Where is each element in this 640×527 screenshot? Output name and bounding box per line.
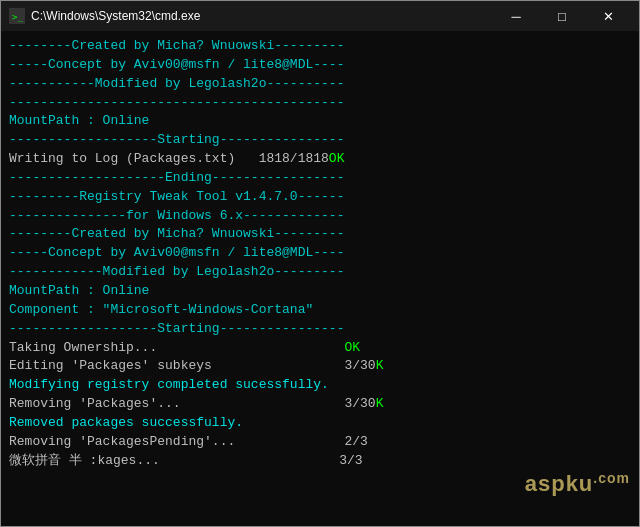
console-line: Component : "Microsoft-Windows-Cortana": [9, 301, 631, 320]
console-line: Removing 'Packages'... 3/30K: [9, 395, 631, 414]
console-line: -------------------Starting-------------…: [9, 320, 631, 339]
console-line: -----------Modified by Legolash2o-------…: [9, 75, 631, 94]
console-line: ----------------------------------------…: [9, 94, 631, 113]
console-line: Editing 'Packages' subkeys 3/30K: [9, 357, 631, 376]
minimize-button[interactable]: ─: [493, 1, 539, 31]
console-line: 微软拼音 半 :kages... 3/3: [9, 452, 631, 471]
console-line: MountPath : Online: [9, 112, 631, 131]
console-line: -------------------Starting-------------…: [9, 131, 631, 150]
console-line: Removing 'PackagesPending'... 2/3: [9, 433, 631, 452]
console-line: ---------------for Windows 6.x----------…: [9, 207, 631, 226]
cmd-icon: >_: [9, 8, 25, 24]
console-line: Taking Ownership... OK: [9, 339, 631, 358]
console-line: --------------------Ending--------------…: [9, 169, 631, 188]
maximize-button[interactable]: □: [539, 1, 585, 31]
console-line: Modifying registry completed sucessfully…: [9, 376, 631, 395]
console-line: Removed packages successfully.: [9, 414, 631, 433]
title-bar: >_ C:\Windows\System32\cmd.exe ─ □ ✕: [1, 1, 639, 31]
window-title: C:\Windows\System32\cmd.exe: [31, 9, 200, 23]
console-line: ------------Modified by Legolash2o------…: [9, 263, 631, 282]
svg-text:>_: >_: [12, 12, 23, 22]
close-button[interactable]: ✕: [585, 1, 631, 31]
console-output: --------Created by Micha? Wnuowski------…: [1, 31, 639, 526]
window-controls: ─ □ ✕: [493, 1, 631, 31]
console-line: MountPath : Online: [9, 282, 631, 301]
console-line: Writing to Log (Packages.txt) 1818/1818O…: [9, 150, 631, 169]
console-line: --------Created by Micha? Wnuowski------…: [9, 225, 631, 244]
console-line: -----Concept by Aviv00@msfn / lite8@MDL-…: [9, 56, 631, 75]
console-line: ---------Registry Tweak Tool v1.4.7.0---…: [9, 188, 631, 207]
title-bar-left: >_ C:\Windows\System32\cmd.exe: [9, 8, 200, 24]
console-line: -----Concept by Aviv00@msfn / lite8@MDL-…: [9, 244, 631, 263]
console-line: --------Created by Micha? Wnuowski------…: [9, 37, 631, 56]
cmd-window: >_ C:\Windows\System32\cmd.exe ─ □ ✕ ---…: [0, 0, 640, 527]
